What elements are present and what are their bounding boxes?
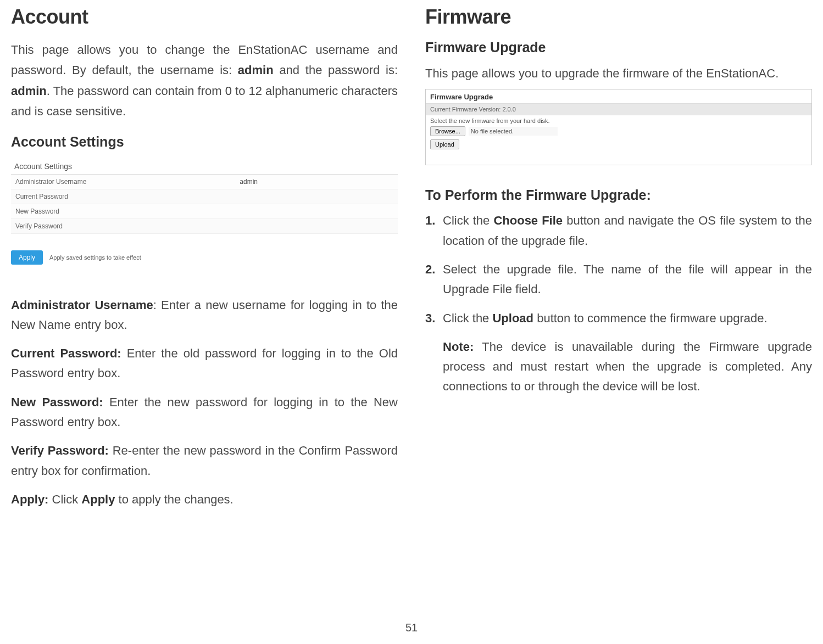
apply-row: Apply Apply saved settings to take effec…	[11, 250, 398, 265]
field-text: Click	[48, 492, 81, 506]
choose-file-label: Choose File	[493, 214, 563, 227]
note-text: The device is unavailable during the Fir…	[443, 340, 812, 394]
firmware-version-line: Current Firmware Version: 2.0.0	[426, 103, 811, 115]
upload-button[interactable]: Upload	[430, 139, 459, 149]
step-1: Click the Choose File button and navigat…	[425, 211, 812, 251]
field-text: to apply the changes.	[115, 492, 233, 506]
no-file-label: No file selected.	[469, 127, 558, 136]
field-new-password: New Password: Enter the new password for…	[11, 393, 398, 433]
row-value[interactable]	[235, 219, 398, 233]
text: Select the upgrade file. The name of the…	[443, 262, 812, 296]
upload-label: Upload	[492, 311, 533, 325]
account-settings-subhead: Account Settings	[11, 134, 398, 150]
panel-title: Firmware Upgrade	[426, 89, 811, 103]
note-label: Note:	[443, 340, 474, 354]
firmware-select-line: Select the new firmware from your hard d…	[426, 115, 811, 125]
field-label: Current Password:	[11, 346, 121, 360]
row-value[interactable]	[235, 204, 398, 219]
firmware-intro: This page allows you to upgrade the firm…	[425, 63, 812, 83]
row-label: Administrator Username	[11, 175, 235, 189]
upgrade-note: Note: The device is unavailable during t…	[425, 337, 812, 397]
row-label: New Password	[11, 204, 235, 219]
firmware-upgrade-panel: Firmware Upgrade Current Firmware Versio…	[425, 89, 812, 165]
upgrade-steps: Click the Choose File button and navigat…	[425, 211, 812, 328]
table-row: New Password	[11, 204, 398, 219]
left-column: Account This page allows you to change t…	[11, 5, 398, 509]
perform-upgrade-subhead: To Perform the Firmware Upgrade:	[425, 187, 812, 203]
text: and the password is:	[274, 63, 398, 77]
account-intro: This page allows you to change the EnSta…	[11, 40, 398, 122]
row-label: Verify Password	[11, 219, 235, 233]
default-password: admin	[11, 84, 47, 98]
text: . The password can contain from 0 to 12 …	[11, 84, 398, 118]
page-number: 51	[405, 621, 418, 634]
field-bold: Apply	[81, 492, 115, 506]
panel-title: Account Settings	[11, 158, 398, 175]
text: button to commence the firmware upgrade.	[533, 311, 768, 325]
firmware-upgrade-subhead: Firmware Upgrade	[425, 40, 812, 55]
right-column: Firmware Firmware Upgrade This page allo…	[425, 5, 812, 509]
field-label: Administrator Username	[11, 298, 153, 312]
row-value[interactable]: admin	[235, 175, 398, 189]
text: Click the	[443, 311, 492, 325]
field-label: New Password:	[11, 395, 103, 409]
apply-note: Apply saved settings to take effect	[49, 254, 141, 261]
browse-row: Browse... No file selected.	[426, 125, 811, 137]
table-row: Administrator Username admin	[11, 175, 398, 189]
table-row: Verify Password	[11, 219, 398, 234]
default-username: admin	[238, 63, 274, 77]
account-settings-panel: Account Settings Administrator Username …	[11, 158, 398, 265]
field-label: Verify Password:	[11, 444, 109, 457]
field-current-password: Current Password: Enter the old password…	[11, 344, 398, 384]
step-2: Select the upgrade file. The name of the…	[425, 260, 812, 300]
row-value[interactable]	[235, 189, 398, 204]
field-verify-password: Verify Password: Re-enter the new passwo…	[11, 441, 398, 481]
browse-button[interactable]: Browse...	[430, 126, 465, 136]
firmware-heading: Firmware	[425, 5, 812, 29]
field-admin-username: Administrator Username: Enter a new user…	[11, 295, 398, 335]
row-label: Current Password	[11, 189, 235, 204]
step-3: Click the Upload button to commence the …	[425, 309, 812, 328]
table-row: Current Password	[11, 189, 398, 204]
field-apply: Apply: Click Apply to apply the changes.	[11, 490, 398, 509]
text: Click the	[443, 214, 493, 227]
field-label: Apply:	[11, 492, 48, 506]
account-heading: Account	[11, 5, 398, 29]
apply-button[interactable]: Apply	[11, 250, 43, 265]
